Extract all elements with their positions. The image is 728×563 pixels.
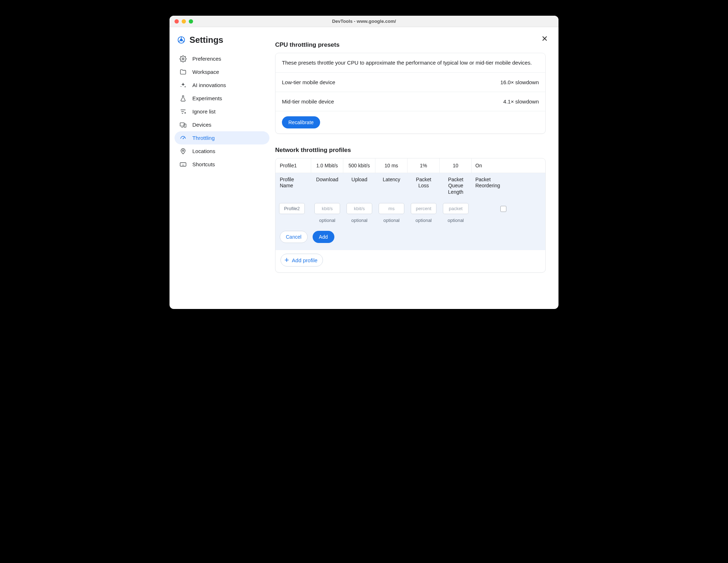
sidebar-list: Preferences Workspace AI innovations Exp… xyxy=(175,52,269,171)
latency-input[interactable] xyxy=(379,203,404,214)
window-close-icon[interactable] xyxy=(175,19,179,24)
add-button[interactable]: Add xyxy=(313,231,334,243)
profile-name-input[interactable] xyxy=(279,203,305,214)
sidebar-item-label: Workspace xyxy=(192,69,219,75)
optional-label: optional xyxy=(343,215,375,223)
cpu-card-footer: Recalibrate xyxy=(275,111,545,133)
sparkle-icon xyxy=(180,82,187,89)
sidebar-item-preferences[interactable]: Preferences xyxy=(175,52,269,65)
editor-actions: Cancel Add xyxy=(275,223,545,243)
window-minimize-icon[interactable] xyxy=(182,19,186,24)
settings-header: Settings xyxy=(175,35,269,50)
add-profile-label: Add profile xyxy=(292,257,318,263)
sidebar-item-label: Locations xyxy=(192,148,215,154)
editor-headers: Profile Name Download Upload Latency Pac… xyxy=(275,173,545,199)
gear-icon xyxy=(180,55,187,62)
header-packet-loss: Packet Loss xyxy=(408,173,440,199)
sidebar-item-workspace[interactable]: Workspace xyxy=(175,65,269,78)
keyboard-icon xyxy=(180,161,187,168)
header-upload: Upload xyxy=(343,173,375,199)
profile-upload-cell: 500 kbit/s xyxy=(343,158,375,173)
header-latency: Latency xyxy=(375,173,408,199)
cpu-preset-row: Mid-tier mobile device 4.1× slowdown xyxy=(275,92,545,111)
sidebar: Settings Preferences Workspace AI innova… xyxy=(170,27,273,309)
download-input[interactable] xyxy=(314,203,340,214)
sidebar-item-ignore-list[interactable]: Ignore list xyxy=(175,105,269,118)
sidebar-item-label: Devices xyxy=(192,122,211,128)
devices-icon xyxy=(180,121,187,128)
sidebar-item-label: Preferences xyxy=(192,56,221,62)
sidebar-item-locations[interactable]: Locations xyxy=(175,144,269,158)
cancel-button[interactable]: Cancel xyxy=(280,231,308,243)
sidebar-item-label: Experiments xyxy=(192,95,222,101)
header-queue-length: Packet Queue Length xyxy=(440,173,472,199)
speedometer-icon xyxy=(180,135,187,142)
network-profiles-card: Profile1 1.0 Mbit/s 500 kbit/s 10 ms 1% … xyxy=(275,158,546,273)
svg-point-2 xyxy=(182,58,184,60)
cpu-presets-description: These presets throttle your CPU to appro… xyxy=(275,53,545,73)
chromium-logo-icon xyxy=(177,36,185,44)
network-profile-row[interactable]: Profile1 1.0 Mbit/s 500 kbit/s 10 ms 1% … xyxy=(275,158,545,173)
optional-label: optional xyxy=(375,215,408,223)
cpu-preset-name: Mid-tier mobile device xyxy=(282,98,334,105)
header-profile-name: Profile Name xyxy=(275,173,311,199)
optional-labels: optional optional optional optional opti… xyxy=(275,215,545,223)
traffic-lights xyxy=(175,19,193,24)
svg-rect-7 xyxy=(180,163,186,166)
sidebar-item-throttling[interactable]: Throttling xyxy=(175,131,269,144)
window-zoom-icon[interactable] xyxy=(189,19,193,24)
recalibrate-button[interactable]: Recalibrate xyxy=(282,116,320,128)
header-reordering: Packet Reordering xyxy=(472,173,518,199)
svg-point-6 xyxy=(182,150,184,151)
flask-icon xyxy=(180,95,187,102)
sidebar-item-label: AI innovations xyxy=(192,82,226,88)
sidebar-item-label: Throttling xyxy=(192,135,215,141)
close-icon[interactable]: ✕ xyxy=(541,35,548,43)
profile-name-cell: Profile1 xyxy=(275,158,311,173)
optional-label: optional xyxy=(311,215,343,223)
cpu-preset-value: 4.1× slowdown xyxy=(503,98,539,105)
page-title: Settings xyxy=(189,35,223,45)
sidebar-item-label: Ignore list xyxy=(192,108,216,115)
profile-packet-loss-cell: 1% xyxy=(408,158,440,173)
sidebar-item-experiments[interactable]: Experiments xyxy=(175,92,269,105)
sidebar-item-devices[interactable]: Devices xyxy=(175,118,269,131)
optional-label: optional xyxy=(408,215,440,223)
svg-rect-3 xyxy=(180,123,184,126)
add-profile-bar: + Add profile xyxy=(275,250,545,272)
cpu-preset-row: Low-tier mobile device 16.0× slowdown xyxy=(275,73,545,92)
filter-minus-icon xyxy=(180,108,187,115)
window: DevTools - www.google.com/ ✕ Settings Pr… xyxy=(170,16,558,309)
upload-input[interactable] xyxy=(347,203,372,214)
sidebar-item-shortcuts[interactable]: Shortcuts xyxy=(175,158,269,171)
header-download: Download xyxy=(311,173,343,199)
pin-icon xyxy=(180,148,187,155)
reordering-checkbox[interactable] xyxy=(500,206,506,212)
network-section-title: Network throttling profiles xyxy=(275,147,546,154)
plus-icon: + xyxy=(284,256,289,264)
titlebar: DevTools - www.google.com/ xyxy=(170,16,558,27)
queue-length-input[interactable] xyxy=(443,203,469,214)
profile-latency-cell: 10 ms xyxy=(375,158,408,173)
window-title: DevTools - www.google.com/ xyxy=(170,19,558,24)
cpu-preset-value: 16.0× slowdown xyxy=(500,79,539,85)
profile-queue-length-cell: 10 xyxy=(440,158,472,173)
optional-label: optional xyxy=(440,215,472,223)
main-content: CPU throttling presets These presets thr… xyxy=(273,27,558,309)
sidebar-item-label: Shortcuts xyxy=(192,161,215,167)
svg-point-5 xyxy=(183,138,184,139)
cpu-preset-name: Low-tier mobile device xyxy=(282,79,335,85)
add-profile-button[interactable]: + Add profile xyxy=(280,254,323,267)
cpu-presets-card: These presets throttle your CPU to appro… xyxy=(275,53,546,134)
network-profile-editor: Profile Name Download Upload Latency Pac… xyxy=(275,173,545,250)
cpu-section-title: CPU throttling presets xyxy=(275,41,546,49)
folder-icon xyxy=(180,69,187,76)
sidebar-item-ai-innovations[interactable]: AI innovations xyxy=(175,78,269,92)
profile-reordering-cell: On xyxy=(472,158,518,173)
packet-loss-input[interactable] xyxy=(411,203,436,214)
profile-download-cell: 1.0 Mbit/s xyxy=(311,158,343,173)
editor-inputs xyxy=(275,199,545,215)
